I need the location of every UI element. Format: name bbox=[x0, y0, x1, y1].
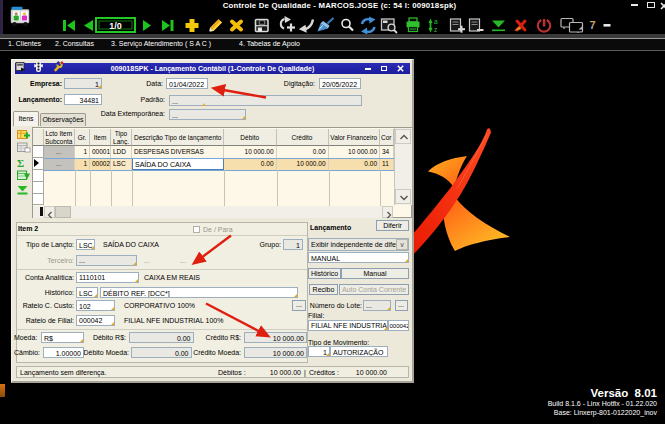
svg-text:z: z bbox=[434, 26, 437, 33]
svg-text:Σ: Σ bbox=[17, 157, 24, 169]
svg-text:1/0: 1/0 bbox=[109, 21, 122, 31]
svg-text:7: 7 bbox=[590, 19, 596, 31]
svg-text:a: a bbox=[434, 18, 438, 25]
